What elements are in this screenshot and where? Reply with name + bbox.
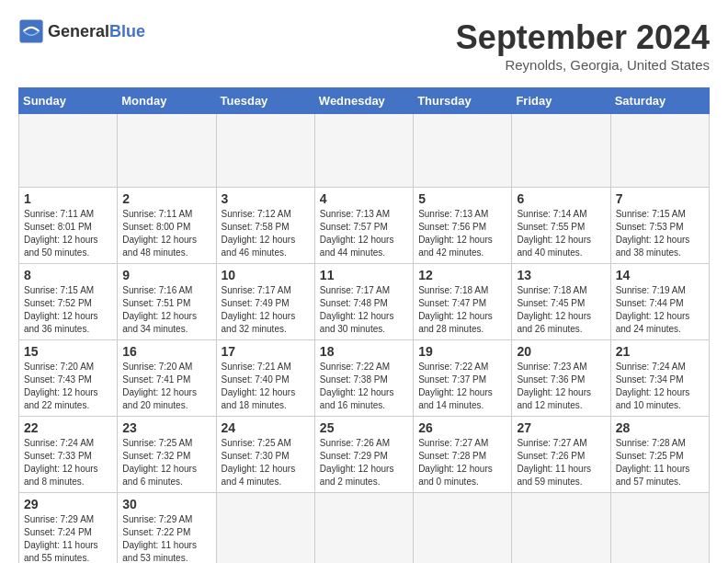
day-number: 13 [517,268,605,282]
calendar-cell-5-6 [610,493,709,564]
calendar-cell-2-1: 9Sunrise: 7:16 AMSunset: 7:51 PMDaylight… [118,264,216,340]
col-saturday: Saturday [610,88,709,114]
day-number: 18 [320,344,408,359]
calendar-cell-1-4: 5Sunrise: 7:13 AMSunset: 7:56 PMDaylight… [414,188,512,264]
calendar-cell-5-1: 30Sunrise: 7:29 AMSunset: 7:22 PMDayligh… [118,493,216,564]
calendar-cell-4-5: 27Sunrise: 7:27 AMSunset: 7:26 PMDayligh… [512,417,610,493]
calendar-cell-3-4: 19Sunrise: 7:22 AMSunset: 7:37 PMDayligh… [414,340,512,417]
day-number: 2 [122,191,210,206]
calendar-body: 1Sunrise: 7:11 AMSunset: 8:01 PMDaylight… [19,114,710,564]
day-number: 14 [616,268,704,282]
day-info: Sunrise: 7:22 AMSunset: 7:38 PMDaylight:… [320,361,408,412]
calendar-cell-2-6: 14Sunrise: 7:19 AMSunset: 7:44 PMDayligh… [610,264,709,340]
calendar-cell-0-0 [19,114,118,188]
calendar-cell-1-6: 7Sunrise: 7:15 AMSunset: 7:53 PMDaylight… [610,188,709,264]
day-number: 12 [418,268,506,282]
calendar-cell-5-2 [216,493,314,564]
calendar-cell-5-3 [314,493,413,564]
calendar-cell-0-1 [118,114,216,188]
day-info: Sunrise: 7:19 AMSunset: 7:44 PMDaylight:… [616,284,704,336]
day-info: Sunrise: 7:17 AMSunset: 7:49 PMDaylight:… [222,284,310,336]
col-friday: Friday [512,88,610,114]
location-title: Reynolds, Georgia, United States [456,57,710,73]
logo: GeneralBlue [18,18,145,44]
day-info: Sunrise: 7:20 AMSunset: 7:41 PMDaylight:… [122,361,210,412]
svg-rect-0 [19,19,42,42]
calendar-cell-2-2: 10Sunrise: 7:17 AMSunset: 7:49 PMDayligh… [216,264,314,340]
calendar-cell-1-1: 2Sunrise: 7:11 AMSunset: 8:00 PMDaylight… [118,188,216,264]
calendar-table: Sunday Monday Tuesday Wednesday Thursday… [18,87,710,563]
calendar-week-2: 8Sunrise: 7:15 AMSunset: 7:52 PMDaylight… [19,264,710,340]
day-number: 26 [418,420,506,435]
day-number: 7 [616,191,704,206]
day-info: Sunrise: 7:25 AMSunset: 7:32 PMDaylight:… [122,437,210,488]
day-info: Sunrise: 7:17 AMSunset: 7:48 PMDaylight:… [320,284,408,336]
calendar-cell-3-2: 17Sunrise: 7:21 AMSunset: 7:40 PMDayligh… [216,340,314,417]
day-number: 8 [24,268,112,282]
day-number: 29 [24,497,112,511]
day-info: Sunrise: 7:24 AMSunset: 7:33 PMDaylight:… [24,437,112,488]
calendar-cell-0-2 [216,114,314,188]
day-number: 6 [517,191,605,206]
calendar-cell-0-5 [512,114,610,188]
day-info: Sunrise: 7:29 AMSunset: 7:22 PMDaylight:… [122,513,210,563]
header: GeneralBlue September 2024 Reynolds, Geo… [18,18,710,73]
day-number: 20 [517,344,605,359]
day-info: Sunrise: 7:27 AMSunset: 7:28 PMDaylight:… [418,437,506,488]
calendar-cell-3-5: 20Sunrise: 7:23 AMSunset: 7:36 PMDayligh… [512,340,610,417]
calendar-cell-3-0: 15Sunrise: 7:20 AMSunset: 7:43 PMDayligh… [19,340,118,417]
day-number: 24 [222,420,310,435]
day-info: Sunrise: 7:15 AMSunset: 7:53 PMDaylight:… [616,208,704,259]
day-info: Sunrise: 7:12 AMSunset: 7:58 PMDaylight:… [222,208,310,259]
day-info: Sunrise: 7:20 AMSunset: 7:43 PMDaylight:… [24,361,112,412]
calendar-cell-5-0: 29Sunrise: 7:29 AMSunset: 7:24 PMDayligh… [19,493,118,564]
calendar-cell-0-4 [414,114,512,188]
calendar-cell-1-5: 6Sunrise: 7:14 AMSunset: 7:55 PMDaylight… [512,188,610,264]
day-info: Sunrise: 7:23 AMSunset: 7:36 PMDaylight:… [517,361,605,412]
col-tuesday: Tuesday [216,88,314,114]
col-wednesday: Wednesday [314,88,413,114]
day-number: 25 [320,420,408,435]
calendar-week-0 [19,114,710,188]
day-number: 1 [24,191,112,206]
day-info: Sunrise: 7:27 AMSunset: 7:26 PMDaylight:… [517,437,605,488]
logo-general: General [48,22,109,40]
logo-blue: Blue [109,22,145,40]
day-info: Sunrise: 7:15 AMSunset: 7:52 PMDaylight:… [24,284,112,336]
day-info: Sunrise: 7:26 AMSunset: 7:29 PMDaylight:… [320,437,408,488]
day-number: 21 [616,344,704,359]
day-number: 4 [320,191,408,206]
calendar-cell-0-3 [314,114,413,188]
day-info: Sunrise: 7:14 AMSunset: 7:55 PMDaylight:… [517,208,605,259]
calendar-cell-3-3: 18Sunrise: 7:22 AMSunset: 7:38 PMDayligh… [314,340,413,417]
day-number: 5 [418,191,506,206]
calendar-cell-1-3: 4Sunrise: 7:13 AMSunset: 7:57 PMDaylight… [314,188,413,264]
header-row: Sunday Monday Tuesday Wednesday Thursday… [19,88,710,114]
calendar-cell-2-0: 8Sunrise: 7:15 AMSunset: 7:52 PMDaylight… [19,264,118,340]
day-info: Sunrise: 7:18 AMSunset: 7:45 PMDaylight:… [517,284,605,336]
calendar-cell-4-0: 22Sunrise: 7:24 AMSunset: 7:33 PMDayligh… [19,417,118,493]
day-info: Sunrise: 7:11 AMSunset: 8:01 PMDaylight:… [24,208,112,259]
day-number: 19 [418,344,506,359]
calendar-week-5: 29Sunrise: 7:29 AMSunset: 7:24 PMDayligh… [19,493,710,564]
day-info: Sunrise: 7:21 AMSunset: 7:40 PMDaylight:… [222,361,310,412]
day-number: 10 [222,268,310,282]
day-info: Sunrise: 7:29 AMSunset: 7:24 PMDaylight:… [24,513,112,563]
day-number: 11 [320,268,408,282]
col-thursday: Thursday [414,88,512,114]
calendar-cell-5-4 [414,493,512,564]
day-number: 9 [122,268,210,282]
calendar-cell-2-3: 11Sunrise: 7:17 AMSunset: 7:48 PMDayligh… [314,264,413,340]
calendar-week-1: 1Sunrise: 7:11 AMSunset: 8:01 PMDaylight… [19,188,710,264]
day-info: Sunrise: 7:13 AMSunset: 7:56 PMDaylight:… [418,208,506,259]
calendar-cell-1-0: 1Sunrise: 7:11 AMSunset: 8:01 PMDaylight… [19,188,118,264]
calendar-cell-3-1: 16Sunrise: 7:20 AMSunset: 7:41 PMDayligh… [118,340,216,417]
day-number: 30 [122,497,210,511]
day-number: 22 [24,420,112,435]
calendar-cell-2-4: 12Sunrise: 7:18 AMSunset: 7:47 PMDayligh… [414,264,512,340]
col-sunday: Sunday [19,88,118,114]
day-number: 15 [24,344,112,359]
calendar-week-3: 15Sunrise: 7:20 AMSunset: 7:43 PMDayligh… [19,340,710,417]
day-info: Sunrise: 7:11 AMSunset: 8:00 PMDaylight:… [122,208,210,259]
day-info: Sunrise: 7:28 AMSunset: 7:25 PMDaylight:… [616,437,704,488]
